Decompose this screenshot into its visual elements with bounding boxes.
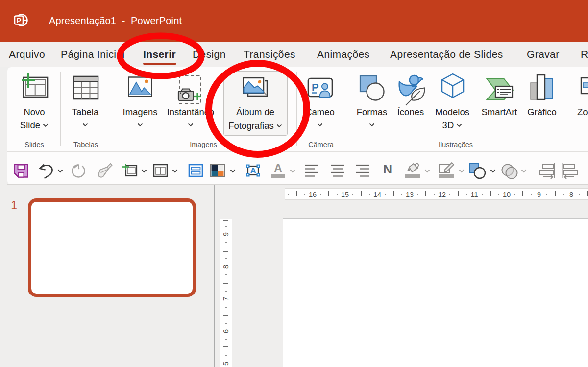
svg-text:P: P <box>312 81 319 94</box>
svg-text:P: P <box>17 16 22 24</box>
svg-text:A: A <box>250 166 256 175</box>
